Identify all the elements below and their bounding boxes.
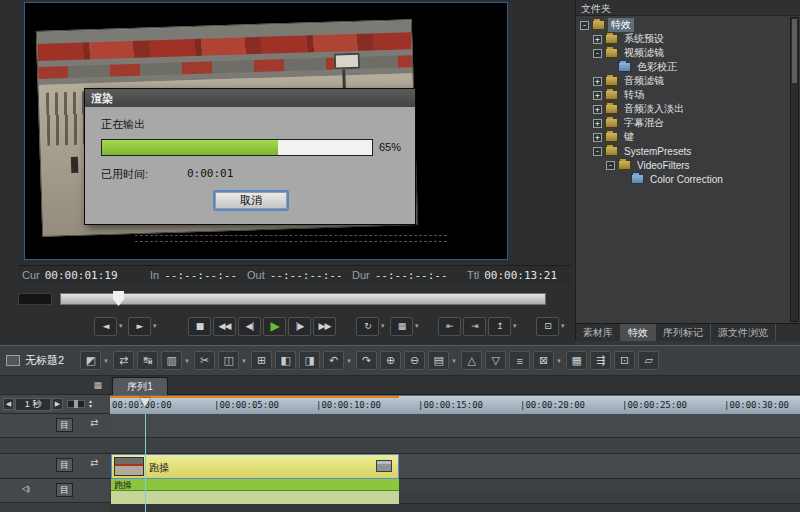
expand-icon[interactable]: + — [593, 105, 602, 114]
chevron-down-icon[interactable]: ▾ — [104, 357, 111, 365]
tree-item-label[interactable]: 音频滤镜 — [621, 74, 667, 88]
scale-slider-thumb[interactable] — [74, 400, 78, 408]
copy-icon[interactable]: ◫ — [218, 351, 239, 370]
display-mode-button[interactable]: ▦ — [390, 317, 413, 336]
expand-icon[interactable]: + — [593, 35, 602, 44]
add-clip-icon[interactable]: ⊞ — [251, 351, 272, 370]
fast-forward-button[interactable]: ▶▶ — [313, 317, 336, 336]
track-lane-2[interactable] — [110, 438, 800, 454]
cancel-button[interactable]: 取消 — [213, 190, 289, 211]
collapse-icon[interactable]: - — [593, 49, 602, 58]
chevron-down-icon[interactable]: ▾ — [153, 322, 160, 330]
grid-icon[interactable]: ▦ — [566, 351, 587, 370]
scale-slider[interactable] — [67, 400, 85, 408]
tree-item-label[interactable]: 字幕混合 — [621, 116, 667, 130]
chevron-down-icon[interactable]: ▾ — [415, 322, 422, 330]
expand-icon[interactable]: + — [593, 77, 602, 86]
collapse-icon[interactable]: - — [606, 161, 615, 170]
expand-icon[interactable]: + — [593, 119, 602, 128]
goto-out-button[interactable]: ⇥ — [463, 317, 486, 336]
tree-item-label[interactable]: 键 — [621, 130, 637, 144]
collapse-icon[interactable]: - — [593, 147, 602, 156]
list-icon[interactable]: ▤ — [428, 351, 449, 370]
chevron-down-icon[interactable]: ▾ — [561, 322, 568, 330]
redo-icon[interactable]: ↷ — [356, 351, 377, 370]
scrollbar-thumb[interactable] — [792, 19, 797, 83]
delete-icon[interactable]: ⊠ — [533, 351, 554, 370]
trim-out-icon[interactable]: ◨ — [299, 351, 320, 370]
tree-item-label[interactable]: SystemPresets — [621, 146, 694, 157]
tree-item-systempresets[interactable]: -SystemPresets — [578, 144, 787, 158]
chevron-down-icon[interactable]: ▾ — [347, 357, 354, 365]
tree-item-color-correction[interactable]: Color Correction — [578, 172, 787, 186]
track-visibility-toggle[interactable]: 目 — [56, 458, 73, 472]
chevron-down-icon[interactable]: ▾ — [557, 357, 564, 365]
chevron-down-icon[interactable]: ▾ — [381, 322, 388, 330]
tree-item-label[interactable]: 特效 — [608, 18, 634, 32]
play-button[interactable]: ▶ — [263, 317, 286, 336]
timeline-playhead-marker[interactable] — [140, 398, 150, 412]
scale-spinner[interactable]: ▴▾ — [89, 399, 92, 409]
preview-scrubber[interactable] — [60, 293, 546, 305]
tree-item-videofilters[interactable]: -VideoFilters — [578, 158, 787, 172]
tree-item-label[interactable]: 视频滤镜 — [621, 46, 667, 60]
chevron-down-icon[interactable]: ▾ — [185, 357, 192, 365]
audio-clip[interactable]: 跑操 — [111, 479, 399, 491]
menu-icon[interactable]: ≡ — [509, 351, 530, 370]
layout-icon[interactable]: ▱ — [638, 351, 659, 370]
chevron-down-icon[interactable]: ▾ — [452, 357, 459, 365]
loop-button[interactable]: ↻ — [356, 317, 379, 336]
speaker-icon[interactable]: ◁) — [22, 484, 29, 493]
zoom-out-icon[interactable]: ⊖ — [404, 351, 425, 370]
tree-item-label[interactable]: VideoFilters — [634, 160, 693, 171]
tab-sequence-1[interactable]: 序列1 — [112, 377, 168, 395]
timeline-ruler[interactable]: 00:00:00:00 |00:00:05:00 |00:00:10:00 |0… — [110, 395, 800, 414]
tab-sequence-markers[interactable]: 序列标记 — [656, 324, 711, 341]
scrollbar[interactable] — [790, 17, 799, 322]
chevron-down-icon[interactable]: ▾ — [119, 322, 126, 330]
expand-icon[interactable]: + — [593, 133, 602, 142]
marker-up-icon[interactable]: △ — [461, 351, 482, 370]
track-lane-1[interactable] — [110, 414, 800, 438]
expand-icon[interactable]: + — [593, 91, 602, 100]
tree-item-label[interactable]: 系统预设 — [621, 32, 667, 46]
tree-item-title-mix[interactable]: +字幕混合 — [578, 116, 787, 130]
tree-item-label[interactable]: Color Correction — [647, 174, 726, 185]
spin-down-icon[interactable]: ▾ — [89, 404, 92, 409]
tree-item-color-correction-cn[interactable]: 色彩校正 — [578, 60, 787, 74]
goto-in-button[interactable]: ⇤ — [438, 317, 461, 336]
tree-item-key[interactable]: +键 — [578, 130, 787, 144]
zoom-in-icon[interactable]: ⊕ — [380, 351, 401, 370]
multi-track-icon[interactable]: ⇶ — [590, 351, 611, 370]
track-visibility-toggle[interactable]: 目 — [56, 418, 73, 432]
scale-next-button[interactable]: ▶ — [52, 398, 63, 410]
tree-item-effects[interactable]: -特效 — [578, 18, 787, 32]
track-routing-icon[interactable]: ⇄ — [90, 457, 98, 468]
chevron-down-icon[interactable]: ▾ — [513, 322, 520, 330]
track-routing-icon[interactable]: ⇄ — [90, 417, 98, 428]
export-button[interactable]: ⊡ — [536, 317, 559, 336]
shuttle-left-button[interactable]: ◄ — [94, 317, 117, 336]
scale-prev-button[interactable]: ◀ — [3, 398, 14, 410]
tree-item-transitions[interactable]: +转场 — [578, 88, 787, 102]
collapse-icon[interactable]: - — [580, 21, 589, 30]
tree-item-label[interactable]: 音频淡入淡出 — [621, 102, 687, 116]
previous-frame-button[interactable]: ◀| — [238, 317, 261, 336]
export-frame-icon[interactable]: ⊡ — [614, 351, 635, 370]
sequence-icon[interactable]: ▥ — [161, 351, 182, 370]
tab-effects[interactable]: 特效 — [621, 324, 656, 341]
scissors-icon[interactable]: ✂ — [194, 351, 215, 370]
tree-item-label[interactable]: 转场 — [621, 88, 647, 102]
audio-clip-waveform[interactable] — [111, 491, 399, 504]
tree-item-label[interactable]: 色彩校正 — [634, 60, 680, 74]
shuttle-right-button[interactable]: ► — [128, 317, 151, 336]
track-visibility-toggle[interactable]: 目 — [56, 483, 73, 497]
timeline-playhead-line[interactable] — [145, 414, 146, 512]
timeline-scale-value[interactable]: 1 秒 — [15, 398, 51, 411]
tab-asset-library[interactable]: 素材库 — [576, 324, 621, 341]
tree-item-audio-filters[interactable]: +音频滤镜 — [578, 74, 787, 88]
undo-icon[interactable]: ↶ — [323, 351, 344, 370]
tree-item-system-presets-cn[interactable]: +系统预设 — [578, 32, 787, 46]
tree-item-video-filters-cn[interactable]: -视频滤镜 — [578, 46, 787, 60]
insert-mode-icon[interactable]: ↹ — [137, 351, 158, 370]
